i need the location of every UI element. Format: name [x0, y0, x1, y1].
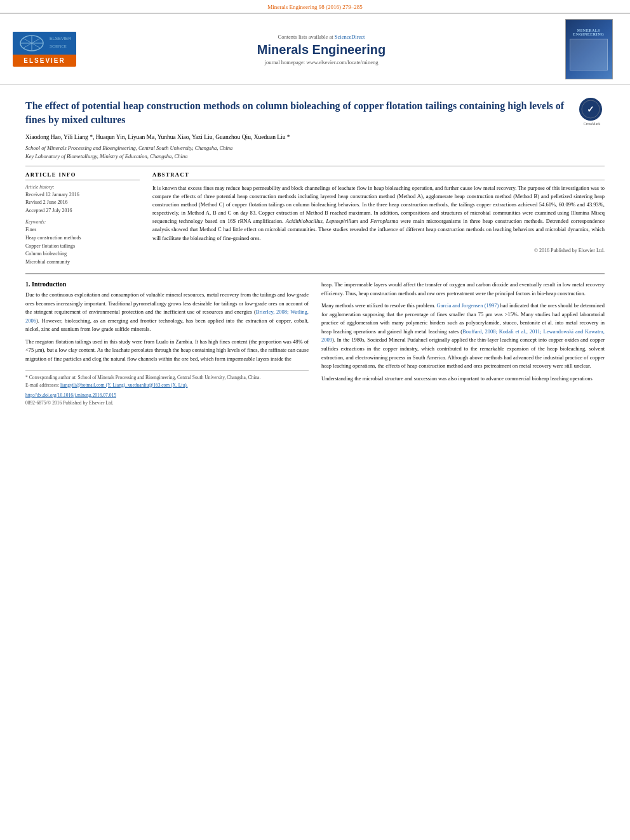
- header-left: ELSEVIER SCIENCE ELSEVIER: [13, 32, 83, 67]
- top-bar: Minerals Engineering 98 (2016) 279–285: [0, 0, 630, 13]
- abstract-heading: ABSTRACT: [152, 171, 605, 180]
- keyword-1: Fines: [25, 226, 140, 234]
- journal-homepage: journal homepage: www.elsevier.com/locat…: [89, 59, 554, 65]
- svg-text:✓: ✓: [587, 104, 594, 114]
- accepted-date: Accepted 27 July 2016: [25, 207, 140, 215]
- elsevier-label: ELSEVIER: [23, 55, 65, 66]
- elsevier-logo: ELSEVIER SCIENCE ELSEVIER: [13, 32, 76, 67]
- affiliations: School of Minerals Processing and Bioeng…: [25, 144, 605, 161]
- authors-line: Xiaodong Hao, Yili Liang *, Huaqun Yin, …: [25, 133, 605, 142]
- keyword-4: Column bioleaching: [25, 250, 140, 258]
- intro-para-1: Due to the continuous exploitation and c…: [25, 291, 309, 334]
- journal-title: Minerals Engineering: [89, 43, 554, 57]
- contents-line: Contents lists available at ScienceDirec…: [89, 34, 554, 40]
- article-info-col: ARTICLE INFO Article history: Received 1…: [25, 171, 140, 267]
- header-right: MINERALS ENGINEERING: [560, 19, 617, 79]
- sciencedirect-link[interactable]: ScienceDirect: [335, 34, 365, 40]
- revised-date: Revised 2 June 2016: [25, 199, 140, 207]
- footnote-section: * Corresponding author at: School of Min…: [25, 370, 309, 407]
- abstract-col: ABSTRACT It is known that excess fines m…: [152, 171, 605, 267]
- issn-line: 0892-6875/© 2016 Published by Elsevier L…: [25, 399, 309, 407]
- body-left: 1. Introduction Due to the continuous ex…: [25, 281, 309, 407]
- abstract-text: It is known that excess fines may reduce…: [152, 184, 605, 243]
- keyword-3: Copper flotation tailings: [25, 243, 140, 251]
- article-title: The effect of potential heap constructio…: [25, 99, 570, 128]
- copyright-line: © 2016 Published by Elsevier Ltd.: [152, 248, 605, 253]
- article-main: The effect of potential heap constructio…: [0, 85, 630, 413]
- citation-text: Minerals Engineering 98 (2016) 279–285: [267, 4, 362, 10]
- svg-text:ELSEVIER: ELSEVIER: [50, 36, 71, 41]
- header-center: Contents lists available at ScienceDirec…: [89, 34, 554, 65]
- keywords-label: Keywords:: [25, 219, 140, 225]
- keyword-2: Heap construction methods: [25, 234, 140, 243]
- body-right-para-1: heap. The impermeable layers would affec…: [321, 281, 605, 298]
- history-label: Article history:: [25, 184, 140, 190]
- article-info-heading: ARTICLE INFO: [25, 171, 140, 180]
- body-right-para-2: Many methods were utilized to resolve th…: [321, 302, 605, 371]
- received-date: Received 12 January 2016: [25, 191, 140, 199]
- email-line: E-mail addresses: liangyili@hotmail.com …: [25, 382, 309, 389]
- intro-heading: 1. Introduction: [25, 281, 309, 288]
- intro-para-2: The megaton flotation tailings used in t…: [25, 338, 309, 364]
- body-right: heap. The impermeable layers would affec…: [321, 281, 605, 407]
- svg-text:SCIENCE: SCIENCE: [50, 44, 67, 48]
- corresponding-author-note: * Corresponding author at: School of Min…: [25, 374, 309, 382]
- keyword-5: Microbial community: [25, 258, 140, 267]
- doi-link[interactable]: http://dx.doi.org/10.1016/j.mineng.2016.…: [25, 392, 116, 398]
- journal-cover: MINERALS ENGINEERING: [565, 19, 613, 79]
- header-section: ELSEVIER SCIENCE ELSEVIER Contents lists…: [0, 13, 630, 85]
- crossmark: ✓ CrossMark: [579, 98, 605, 123]
- body-right-para-3: Understanding the microbial structure an…: [321, 375, 605, 383]
